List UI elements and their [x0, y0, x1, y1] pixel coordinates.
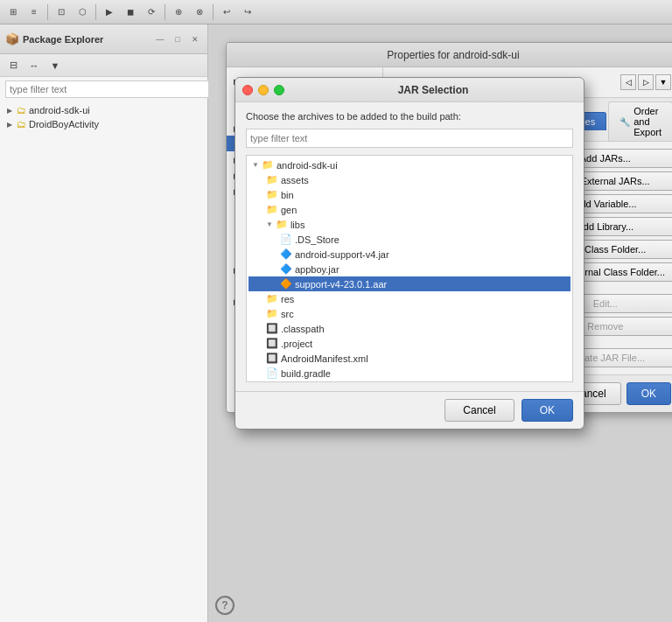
menu-btn[interactable]: ▼ — [655, 74, 671, 90]
properties-titlebar: Properties for android-sdk-ui — [227, 43, 672, 67]
project-folder-icon: 🗂 — [17, 105, 26, 115]
help-button[interactable]: ? — [215, 596, 234, 615]
tree-label-manifest: AndroidManifest.xml — [281, 353, 368, 364]
panel-toolbar: ⊟ ↔ ▼ — [0, 54, 207, 77]
panel-title: Package Explorer — [23, 34, 150, 45]
toolbar-btn-refresh[interactable]: ⟳ — [142, 3, 161, 22]
tree-manifest[interactable]: 🔲 AndroidManifest.xml — [248, 351, 570, 366]
tree-res[interactable]: 📁 res — [248, 291, 570, 306]
tree-label-src: src — [281, 309, 294, 319]
project-folder-icon-2: 🗂 — [17, 119, 26, 129]
jar-file-icon: 🔷 — [280, 248, 292, 260]
project-item-android-sdk-ui[interactable]: ▶ 🗂 android-sdk-ui — [0, 103, 207, 117]
tree-arrow: ▼ — [252, 161, 259, 169]
tree-ds-store[interactable]: 📄 .DS_Store — [248, 232, 570, 247]
minimize-traffic-light[interactable] — [258, 85, 269, 95]
toolbar-btn-add[interactable]: ⊕ — [169, 3, 188, 22]
jar-dialog-body: Choose the archives to be added to the b… — [235, 102, 584, 391]
toolbar-btn-3[interactable]: ⊡ — [52, 3, 71, 22]
toolbar-btn-1[interactable]: ⊞ — [4, 3, 23, 22]
tree-classpath[interactable]: 🔲 .classpath — [248, 321, 570, 336]
tree-label-ds: .DS_Store — [295, 234, 340, 245]
tree-gen[interactable]: 📁 gen — [248, 202, 570, 217]
header-buttons: ◁ ▷ ▼ — [620, 74, 671, 90]
toolbar-btn-4[interactable]: ⬡ — [73, 3, 92, 22]
tree-support-v4-jar[interactable]: 🔷 android-support-v4.jar — [248, 247, 570, 262]
toolbar-sep-2 — [95, 4, 96, 20]
order-tab-icon: 🔧 — [620, 117, 630, 127]
panel-close-btn[interactable]: ✕ — [188, 32, 202, 46]
xml-icon-classpath: 🔲 — [266, 323, 278, 334]
tree-label-appboy: appboy.jar — [295, 264, 340, 275]
package-filter-input[interactable] — [5, 80, 213, 98]
project-item-droidboy[interactable]: ▶ 🗂 DroidBoyActivity — [0, 117, 207, 131]
toolbar-btn-back[interactable]: ↩ — [217, 3, 236, 22]
tree-bin[interactable]: 📁 bin — [248, 187, 570, 202]
ok-btn[interactable]: OK — [626, 382, 671, 405]
main-toolbar: ⊞ ≡ ⊡ ⬡ ▶ ◼ ⟳ ⊕ ⊗ ↩ ↪ — [0, 0, 672, 24]
jar-file-tree: ▼ 📁 android-sdk-ui 📁 assets 📁 bin 📁 — [246, 155, 573, 382]
libs-arrow: ▼ — [266, 220, 273, 228]
toolbar-btn-stop[interactable]: ◼ — [121, 3, 140, 22]
link-editor-btn[interactable]: ↔ — [24, 56, 44, 75]
jar-dialog-footer: Cancel OK — [235, 391, 584, 429]
tree-label-project: .project — [281, 339, 312, 349]
folder-icon-libs: 📁 — [276, 219, 288, 230]
tree-appboy[interactable]: 🔷 appboy.jar — [248, 262, 570, 276]
tree-label-bin: bin — [281, 190, 294, 200]
jar-ok-btn[interactable]: OK — [522, 399, 573, 422]
toolbar-sep-4 — [213, 4, 214, 20]
jar-selection-dialog: JAR Selection Choose the archives to be … — [234, 77, 584, 430]
expand-arrow: ▶ — [7, 107, 12, 115]
toolbar-btn-remove[interactable]: ⊗ — [190, 3, 209, 22]
maximize-traffic-light[interactable] — [274, 85, 284, 95]
jar-filter-input[interactable] — [246, 129, 573, 148]
tree-project[interactable]: 🔲 .project — [248, 336, 570, 351]
properties-title: Properties for android-sdk-ui — [235, 49, 671, 61]
toolbar-btn-run[interactable]: ▶ — [100, 3, 119, 22]
folder-icon-assets: 📁 — [266, 174, 278, 185]
expand-arrow-2: ▶ — [7, 121, 12, 129]
tree-support-aar[interactable]: 🔶 support-v4-23.0.1.aar — [248, 276, 570, 291]
folder-icon: 📁 — [262, 159, 274, 171]
ide-body: 📦 Package Explorer — □ ✕ ⊟ ↔ ▼ ▶ 🗂 andro… — [0, 24, 672, 622]
panel-minimize-btn[interactable]: — — [153, 32, 167, 46]
xml-icon-project: 🔲 — [266, 338, 278, 349]
tree-label-libs: libs — [290, 220, 305, 230]
jar-cancel-btn[interactable]: Cancel — [444, 399, 514, 422]
jar-dialog-title: JAR Selection — [290, 84, 577, 96]
tree-label-res: res — [281, 294, 294, 304]
tree-libs[interactable]: ▼ 📁 libs — [248, 217, 570, 232]
tree-label-support-jar: android-support-v4.jar — [295, 249, 389, 260]
project-label: android-sdk-ui — [29, 105, 90, 115]
tree-label-gen: gen — [281, 205, 297, 215]
collapse-all-btn[interactable]: ⊟ — [4, 56, 23, 75]
tree-assets[interactable]: 📁 assets — [248, 172, 570, 187]
tree-label-aar: support-v4-23.0.1.aar — [295, 279, 387, 290]
file-icon-ds: 📄 — [280, 234, 292, 245]
tree-label-classpath: .classpath — [281, 324, 325, 334]
toolbar-btn-2[interactable]: ≡ — [24, 3, 44, 22]
forward-nav-btn[interactable]: ▷ — [638, 74, 654, 90]
back-btn[interactable]: ◁ — [620, 74, 636, 90]
tree-label-gradle: build.gradle — [281, 368, 331, 379]
project-label-2: DroidBoyActivity — [29, 119, 99, 129]
jar-description: Choose the archives to be added to the b… — [246, 111, 573, 122]
jar-dialog-titlebar: JAR Selection — [235, 78, 584, 102]
gradle-icon: 📄 — [266, 367, 278, 379]
aar-file-icon: 🔶 — [280, 278, 292, 290]
order-tab-label: Order and Export — [634, 106, 662, 137]
panel-maximize-btn[interactable]: □ — [171, 32, 185, 46]
tree-src[interactable]: 📁 src — [248, 306, 570, 321]
tree-build-gradle[interactable]: 📄 build.gradle — [248, 366, 570, 381]
tab-order-export[interactable]: 🔧 Order and Export — [608, 101, 672, 141]
toolbar-sep-3 — [164, 4, 165, 20]
toolbar-btn-forward[interactable]: ↪ — [238, 3, 257, 22]
folder-icon-src: 📁 — [266, 308, 278, 319]
panel-menu-btn[interactable]: ▼ — [46, 56, 65, 75]
tree-android-sdk-ui[interactable]: ▼ 📁 android-sdk-ui — [248, 157, 570, 172]
xml-icon-manifest: 🔲 — [266, 353, 278, 364]
close-traffic-light[interactable] — [242, 85, 253, 95]
toolbar-sep-1 — [47, 4, 48, 20]
project-tree: ▶ 🗂 android-sdk-ui ▶ 🗂 DroidBoyActivity — [0, 101, 207, 622]
